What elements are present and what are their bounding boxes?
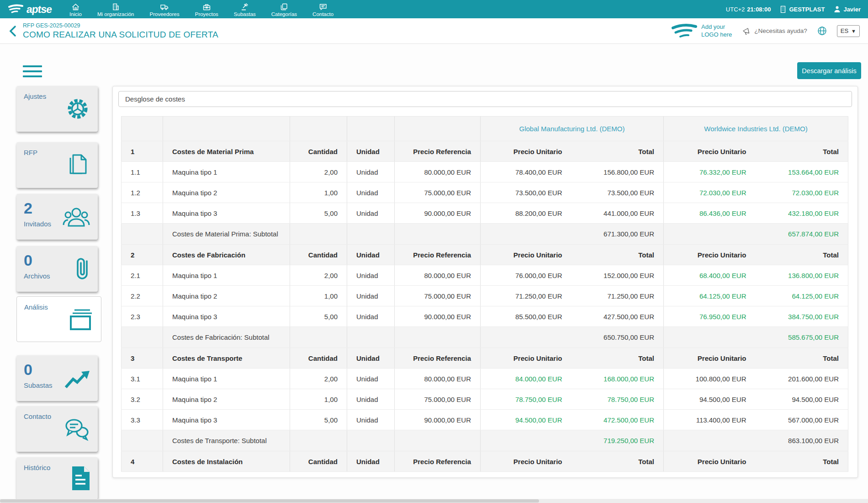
table-cell: Total xyxy=(572,451,664,472)
table-cell: Precio Referencia xyxy=(395,348,481,369)
section-number: 1 xyxy=(122,141,163,162)
supplier2-unit-price: 94.500,00 EUR xyxy=(664,389,756,410)
supplier-link[interactable]: Global Manufacturing Ltd. (DEMO) xyxy=(481,117,664,141)
nav-contacto[interactable]: Contacto xyxy=(305,0,341,18)
table-cell xyxy=(163,117,290,141)
sidebar-item-invitados[interactable]: 2 Invitados xyxy=(16,194,98,240)
cost-table-container[interactable]: Global Manufacturing Ltd. (DEMO)Worldwic… xyxy=(121,116,849,475)
item-number: 3.3 xyxy=(122,410,163,430)
item-name: Maquina tipo 1 xyxy=(163,265,290,286)
stacked-sheets-icon xyxy=(67,307,94,332)
section-header-row: 1Costes de Material PrimaCantidadUnidadP… xyxy=(122,141,848,162)
section-header-row: 2Costes de FabricaciónCantidadUnidadPrec… xyxy=(122,245,848,265)
table-cell: Total xyxy=(756,451,848,472)
section-name: Costes de Transporte xyxy=(163,348,290,369)
nav-proveedores[interactable]: Proveedores xyxy=(142,0,187,18)
sidebar-item-contacto[interactable]: Contacto xyxy=(16,406,98,452)
add-logo-button[interactable]: Add yourLOGO here xyxy=(671,23,732,39)
sidebar-item-historico[interactable]: Histórico xyxy=(16,457,98,499)
documents-icon xyxy=(67,152,90,178)
supplier1-subtotal: 719.250,00 EUR xyxy=(572,430,664,451)
supplier2-unit-price: 113.400,00 EUR xyxy=(664,410,756,430)
page-title: COMO REALIZAR UNA SOLICITUD DE OFERTA xyxy=(23,30,218,40)
table-cell: Total xyxy=(572,245,664,265)
nav-mi-organizacion[interactable]: Mi organización xyxy=(90,0,142,18)
language-select[interactable]: ES ▼ xyxy=(837,25,860,37)
help-link[interactable]: ¿Necesitas ayuda? xyxy=(742,27,807,36)
supplier1-total: 168.000,00 EUR xyxy=(572,369,664,389)
table-cell: 80.000,00 EUR xyxy=(395,265,481,286)
table-cell xyxy=(481,430,572,451)
sidebar-item-rfp[interactable]: RFP xyxy=(16,142,98,188)
supplier1-total: 156.800,00 EUR xyxy=(572,162,664,182)
supplier1-unit-price: 88.200,00 EUR xyxy=(481,203,572,224)
table-cell: Unidad xyxy=(347,389,395,410)
back-button[interactable] xyxy=(8,25,17,37)
top-navigation-bar: aptse Inicio Mi organización xyxy=(0,0,868,18)
aptse-logo[interactable]: aptse xyxy=(0,3,62,16)
table-cell xyxy=(664,430,756,451)
chat-bubbles-icon xyxy=(63,417,90,441)
supplier2-total: 384.750,00 EUR xyxy=(756,306,848,327)
cost-item-row: 2.2Maquina tipo 21,00Unidad75.000,00 EUR… xyxy=(122,286,848,306)
section-name: Costes de Instalación xyxy=(163,451,290,472)
gavel-icon xyxy=(240,3,249,11)
item-name: Maquina tipo 3 xyxy=(163,410,290,430)
table-cell: Unidad xyxy=(347,410,395,430)
item-name: Maquina tipo 3 xyxy=(163,203,290,224)
scrollbar-thumb[interactable] xyxy=(0,499,539,503)
sidebar-item-ajustes[interactable]: Ajustes xyxy=(16,86,98,132)
table-cell xyxy=(395,117,481,141)
cost-table: Global Manufacturing Ltd. (DEMO)Worldwic… xyxy=(121,116,848,472)
table-cell: Precio Unitario xyxy=(664,245,756,265)
supplier-header-row: Global Manufacturing Ltd. (DEMO)Worldwic… xyxy=(122,117,848,141)
sidebar-item-analisis[interactable]: Análisis xyxy=(16,296,101,342)
menu-toggle-button[interactable] xyxy=(23,65,42,77)
company-menu[interactable]: GESTPLAST xyxy=(780,5,825,13)
table-cell: 75.000,00 EUR xyxy=(395,286,481,306)
table-cell xyxy=(122,327,163,348)
supplier-link[interactable]: Worldwice Industries Ltd. (DEMO) xyxy=(664,117,848,141)
table-cell: Unidad xyxy=(347,306,395,327)
nav-subastas[interactable]: Subastas xyxy=(226,0,264,18)
table-cell: Total xyxy=(756,348,848,369)
table-cell: 1,00 xyxy=(290,389,347,410)
nav-categorias[interactable]: Categorías xyxy=(264,0,305,18)
subtotal-row: Costes de Material Prima: Subtotal671.30… xyxy=(122,224,848,245)
supplier2-unit-price: 76.950,00 EUR xyxy=(664,306,756,327)
user-menu[interactable]: Javier xyxy=(834,5,861,13)
toolbox-icon xyxy=(202,3,211,11)
table-cell: 80.000,00 EUR xyxy=(395,369,481,389)
sidebar-item-subastas[interactable]: 0 Subastas xyxy=(16,355,98,401)
nav-inicio[interactable]: Inicio xyxy=(62,0,90,18)
table-cell: Precio Unitario xyxy=(664,348,756,369)
table-cell xyxy=(122,430,163,451)
table-cell xyxy=(122,117,163,141)
table-cell: Unidad xyxy=(347,265,395,286)
table-cell: Precio Unitario xyxy=(481,348,572,369)
globe-icon[interactable] xyxy=(817,26,827,36)
nav-proyectos[interactable]: Proyectos xyxy=(187,0,226,18)
horizontal-scrollbar[interactable] xyxy=(0,499,868,503)
section-number: 4 xyxy=(122,451,163,472)
item-name: Maquina tipo 3 xyxy=(163,306,290,327)
sidebar-item-archivos[interactable]: 0 Archivos xyxy=(16,246,98,292)
table-cell xyxy=(347,117,395,141)
document-icon xyxy=(70,466,90,491)
table-cell: 2,00 xyxy=(290,162,347,182)
item-number: 3.1 xyxy=(122,369,163,389)
supplier1-subtotal: 671.300,00 EUR xyxy=(572,224,664,245)
cost-item-row: 2.3Maquina tipo 35,00Unidad90.000,00 EUR… xyxy=(122,306,848,327)
download-analysis-button[interactable]: Descargar análisis xyxy=(797,62,861,79)
supplier2-unit-price: 76.332,00 EUR xyxy=(664,162,756,182)
supplier1-unit-price: 76.000,00 EUR xyxy=(481,265,572,286)
wing-logo-icon xyxy=(8,4,24,14)
table-cell: Unidad xyxy=(347,451,395,472)
table-cell xyxy=(347,224,395,245)
supplier1-unit-price: 78.750,00 EUR xyxy=(481,389,572,410)
section-number: 3 xyxy=(122,348,163,369)
supplier2-unit-price: 86.436,00 EUR xyxy=(664,203,756,224)
table-cell xyxy=(290,327,347,348)
table-cell xyxy=(290,430,347,451)
table-cell xyxy=(395,224,481,245)
